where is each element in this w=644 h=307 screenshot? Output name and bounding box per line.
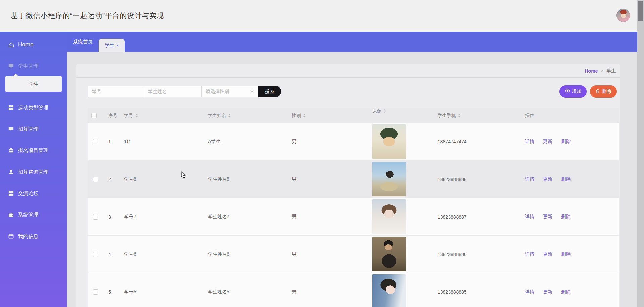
column-header-7: 操作 (523, 113, 619, 119)
main-content: Home > 学生 请选择性别搜索 增加 删除 序号学号学生姓名性别头像学生手机… (67, 52, 644, 307)
sidebar-item-label: 招募咨询管理 (18, 169, 48, 175)
add-button-label: 增加 (572, 88, 581, 95)
row-checkbox[interactable] (93, 139, 98, 144)
column-header-label: 学生姓名 (208, 113, 226, 119)
sort-icon (383, 109, 386, 113)
column-header-3[interactable]: 学生姓名 (206, 113, 290, 119)
student-avatar-image (372, 199, 406, 234)
cell-actions: 详情更新删除 (523, 139, 619, 145)
update-link[interactable]: 更新 (543, 139, 552, 145)
sidebar-item-8[interactable]: 系统管理 (0, 209, 67, 221)
search-button[interactable]: 搜索 (258, 86, 281, 97)
sidebar-item-0[interactable]: Home (0, 39, 67, 50)
sort-icon (458, 114, 461, 118)
update-link[interactable]: 更新 (543, 251, 552, 257)
sidebar-item-7[interactable]: 交流论坛 (0, 188, 67, 199)
delete-link[interactable]: 删除 (561, 214, 571, 220)
tab-1[interactable]: 学生× (99, 39, 125, 52)
detail-link[interactable]: 详情 (525, 214, 534, 220)
cell-student-id: 学号7 (122, 214, 206, 220)
detail-link[interactable]: 详情 (525, 139, 534, 145)
delete-link[interactable]: 删除 (561, 251, 571, 257)
briefcase-icon (8, 147, 14, 154)
column-header-6[interactable]: 学生手机 (436, 113, 523, 119)
delete-link[interactable]: 删除 (561, 139, 571, 145)
sidebar-item-label: 学生管理 (18, 63, 38, 69)
column-header-label: 学生手机 (438, 113, 456, 119)
row-checkbox[interactable] (93, 177, 98, 182)
grid-icon (8, 105, 14, 110)
column-header-label: 操作 (525, 113, 534, 119)
column-header-4[interactable]: 性别 (290, 113, 371, 119)
detail-link[interactable]: 详情 (525, 289, 534, 295)
table-row: 5学号5学生姓名5男13823888885详情更新删除 (88, 273, 619, 307)
row-checkbox[interactable] (93, 214, 98, 220)
user-avatar[interactable] (616, 9, 630, 22)
student-management-page: 基于微信小程序的“一起运动”平台的设计与实现 Home学生管理学生运动类型管理招… (0, 0, 644, 307)
select-all-checkbox[interactable] (91, 113, 97, 118)
breadcrumb-home-link[interactable]: Home (585, 68, 598, 74)
sidebar-item-1[interactable]: 学生管理 (0, 60, 67, 72)
column-header-label: 序号 (108, 113, 117, 119)
detail-link[interactable]: 详情 (525, 176, 534, 182)
tab-label: 系统首页 (73, 39, 93, 45)
sidebar-item-label: 系统管理 (18, 212, 38, 218)
cell-gender: 男 (290, 176, 371, 182)
sidebar-item-4[interactable]: 招募管理 (0, 123, 67, 135)
cell-gender: 男 (290, 251, 371, 257)
sidebar-item-label: 我的信息 (18, 233, 38, 240)
student-avatar-image (372, 237, 406, 271)
cell-student-name: A学生 (206, 139, 290, 145)
column-header-0 (88, 113, 106, 118)
update-link[interactable]: 更新 (543, 176, 552, 182)
cell-student-name: 学生姓名8 (206, 176, 290, 182)
update-link[interactable]: 更新 (543, 289, 552, 295)
cell-actions: 详情更新删除 (523, 176, 619, 182)
row-checkbox[interactable] (93, 252, 98, 257)
cell-gender: 男 (290, 289, 371, 295)
tab-label: 学生 (105, 42, 114, 49)
student-id-input[interactable] (88, 86, 144, 97)
trash-icon (595, 89, 600, 95)
sidebar-item-6[interactable]: 招募咨询管理 (0, 166, 67, 178)
sidebar-item-label: 运动类型管理 (18, 105, 48, 111)
sidebar-item-5[interactable]: 报名项目管理 (0, 145, 67, 156)
delete-link[interactable]: 删除 (561, 289, 571, 295)
column-header-2[interactable]: 学号 (122, 113, 206, 119)
sidebar-item-label: 交流论坛 (18, 190, 38, 197)
table-header-row: 序号学号学生姓名性别头像学生手机操作 (88, 108, 619, 123)
delete-link[interactable]: 删除 (561, 176, 571, 182)
scrollbar-thumb[interactable] (638, 1, 643, 21)
breadcrumb-current: 学生 (606, 68, 616, 74)
tab-0[interactable]: 系统首页 (70, 32, 96, 52)
home-icon (8, 42, 14, 48)
sidebar-item-9[interactable]: 我的信息 (0, 231, 67, 242)
cell-gender: 男 (290, 214, 371, 220)
cell-avatar (371, 236, 436, 271)
sidebar-item-label: 报名项目管理 (18, 147, 48, 154)
delete-button[interactable]: 删除 (590, 85, 617, 98)
table-body: 1111A学生男13874747474详情更新删除2学号8学生姓名8男13823… (88, 123, 619, 307)
table-row: 2学号8学生姓名8男13823888888详情更新删除 (88, 161, 619, 198)
sidebar-subitem-student[interactable]: 学生 (5, 76, 62, 92)
student-name-input[interactable] (144, 86, 202, 97)
column-header-5[interactable]: 头像 (371, 108, 436, 114)
vertical-scrollbar[interactable] (637, 0, 644, 307)
row-checkbox[interactable] (93, 289, 98, 295)
table-row: 4学号6学生姓名6男13823888886详情更新删除 (88, 236, 619, 273)
breadcrumb-separator: > (601, 68, 603, 73)
gender-select[interactable]: 请选择性别 (202, 86, 258, 97)
sidebar-item-3[interactable]: 运动类型管理 (0, 102, 67, 113)
detail-link[interactable]: 详情 (525, 251, 534, 257)
cell-index: 5 (106, 289, 122, 295)
add-button[interactable]: 增加 (559, 85, 587, 98)
top-header: 基于微信小程序的“一起运动”平台的设计与实现 (0, 0, 644, 32)
cell-student-id: 111 (122, 139, 206, 144)
monitor-icon (8, 63, 14, 69)
tab-close-icon[interactable]: × (116, 43, 119, 48)
delete-button-label: 删除 (602, 88, 611, 95)
sidebar-item-label: Home (18, 41, 33, 48)
cell-index: 1 (106, 139, 122, 144)
update-link[interactable]: 更新 (543, 214, 552, 220)
cell-avatar (371, 198, 436, 234)
